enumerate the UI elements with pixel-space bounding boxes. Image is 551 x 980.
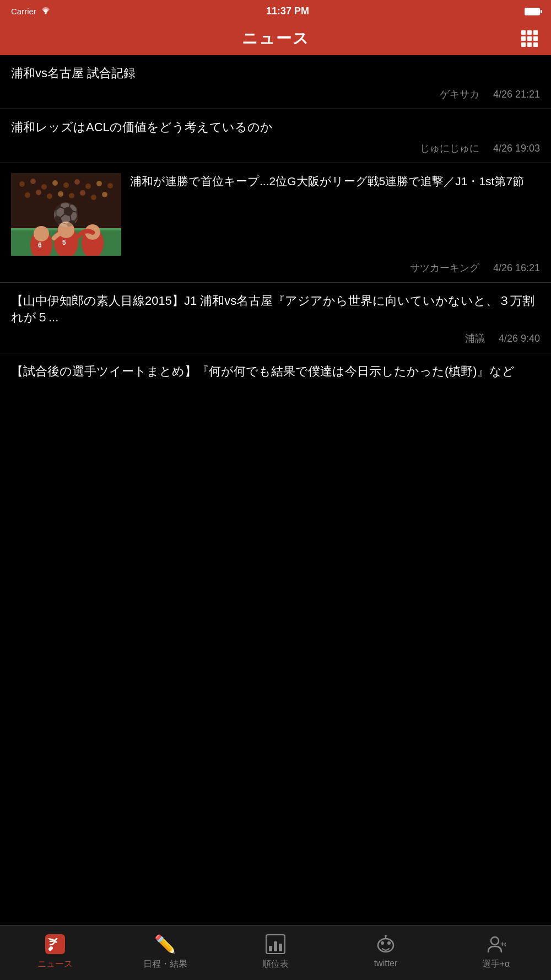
svg-point-16 <box>69 193 74 198</box>
svg-point-18 <box>91 195 96 200</box>
wifi-icon <box>41 7 51 16</box>
news-title: 【山中伊知郎の素人目線2015】J1 浦和vs名古屋『アジアから世界に向いていか… <box>11 293 540 327</box>
svg-text:6: 6 <box>38 241 42 249</box>
status-bar: Carrier 11:37 PM <box>0 0 551 22</box>
svg-point-6 <box>52 180 58 186</box>
svg-point-8 <box>74 179 80 185</box>
svg-point-36 <box>491 937 499 945</box>
svg-point-4 <box>30 179 36 184</box>
news-date: 4/26 9:40 <box>499 333 540 344</box>
svg-point-17 <box>80 190 85 196</box>
time-display: 11:37 PM <box>266 6 309 17</box>
tab-item-twitter[interactable]: twitter <box>331 930 441 968</box>
svg-text:5: 5 <box>62 239 66 246</box>
news-source: ゲキサカ <box>440 89 479 100</box>
app-header: ニュース <box>0 22 551 55</box>
chart-icon <box>266 934 285 954</box>
carrier-info: Carrier <box>11 7 51 16</box>
news-item[interactable]: 浦和レッズはACLの価値をどう考えているのか じゅにじゅに 4/26 19:03 <box>0 109 551 163</box>
svg-point-10 <box>96 181 102 186</box>
news-title: 【試合後の選手ツイートまとめ】『何が何でも結果で僕達は今日示したかった(槙野)』… <box>11 363 540 380</box>
tab-players-label: 選手+α <box>482 959 510 970</box>
news-item[interactable]: 浦和vs名古屋 試合記録 ゲキサカ 4/26 21:21 <box>0 55 551 109</box>
svg-point-33 <box>387 941 391 945</box>
svg-point-7 <box>63 182 69 188</box>
tab-schedule-icon: ✏️ <box>153 932 177 956</box>
svg-point-9 <box>85 184 91 189</box>
tab-standings-icon <box>263 932 288 956</box>
tab-standings-label: 順位表 <box>262 959 289 970</box>
tab-item-players[interactable]: +α 選手+α <box>441 930 551 970</box>
tab-twitter-label: twitter <box>374 959 398 968</box>
svg-point-30 <box>50 946 53 950</box>
news-item-with-image[interactable]: 6 5 浦和が連勝で首位キープ...2位G大阪がリーグ戦5連勝で追撃／J1・1s… <box>0 163 551 283</box>
carrier-label: Carrier <box>11 7 36 16</box>
svg-point-15 <box>58 191 63 197</box>
svg-point-0 <box>45 13 46 14</box>
news-meta: サツカーキング 4/26 16:21 <box>11 261 540 274</box>
tab-bar: ニュース ✏️ 日程・結果 順位表 <box>0 925 551 980</box>
page-title: ニュース <box>242 28 310 49</box>
news-item-partial[interactable]: 【試合後の選手ツイートまとめ】『何が何でも結果で僕達は今日示したかった(槙野)』… <box>0 353 551 386</box>
svg-point-12 <box>25 192 30 198</box>
news-item[interactable]: 【山中伊知郎の素人目線2015】J1 浦和vs名古屋『アジアから世界に向いていか… <box>0 283 551 354</box>
news-source: 浦議 <box>465 333 485 344</box>
news-source: じゅにじゅに <box>420 143 479 154</box>
svg-point-23 <box>34 226 49 241</box>
svg-text:+α: +α <box>500 940 506 948</box>
news-date: 4/26 19:03 <box>493 143 540 154</box>
grid-menu-button[interactable] <box>519 28 540 49</box>
rss-icon <box>45 934 65 954</box>
news-source: サツカーキング <box>410 262 479 273</box>
tab-schedule-label: 日程・結果 <box>143 959 187 970</box>
tab-news-label: ニュース <box>37 959 73 970</box>
news-meta: ゲキサカ 4/26 21:21 <box>11 88 540 101</box>
tab-players-icon: +α <box>484 932 508 956</box>
svg-point-14 <box>47 193 52 199</box>
news-date: 4/26 16:21 <box>493 262 540 273</box>
grid-icon <box>521 30 538 47</box>
tab-twitter-icon <box>374 932 398 956</box>
news-title: 浦和が連勝で首位キープ...2位G大阪がリーグ戦5連勝で追撃／J1・1st第7節 <box>130 173 540 256</box>
news-date: 4/26 21:21 <box>493 89 540 100</box>
battery-indicator <box>525 7 540 16</box>
news-meta: 浦議 4/26 9:40 <box>11 332 540 345</box>
tab-item-schedule[interactable]: ✏️ 日程・結果 <box>110 930 220 970</box>
news-thumbnail: 6 5 <box>11 173 121 256</box>
svg-point-32 <box>381 941 384 945</box>
news-title: 浦和vs名古屋 試合記録 <box>11 65 540 82</box>
news-meta: じゅにじゅに 4/26 19:03 <box>11 142 540 155</box>
svg-rect-2 <box>11 173 121 228</box>
svg-point-19 <box>102 192 107 197</box>
svg-point-35 <box>385 935 387 937</box>
tab-item-news[interactable]: ニュース <box>0 930 110 970</box>
svg-point-3 <box>19 181 25 187</box>
news-list: 浦和vs名古屋 試合記録 ゲキサカ 4/26 21:21 浦和レッズはACLの価… <box>0 55 551 386</box>
tab-news-icon <box>43 932 67 956</box>
tab-item-standings[interactable]: 順位表 <box>220 930 331 970</box>
svg-point-5 <box>41 184 47 190</box>
news-title: 浦和レッズはACLの価値をどう考えているのか <box>11 119 540 136</box>
svg-point-11 <box>107 183 113 189</box>
svg-point-13 <box>36 190 41 195</box>
